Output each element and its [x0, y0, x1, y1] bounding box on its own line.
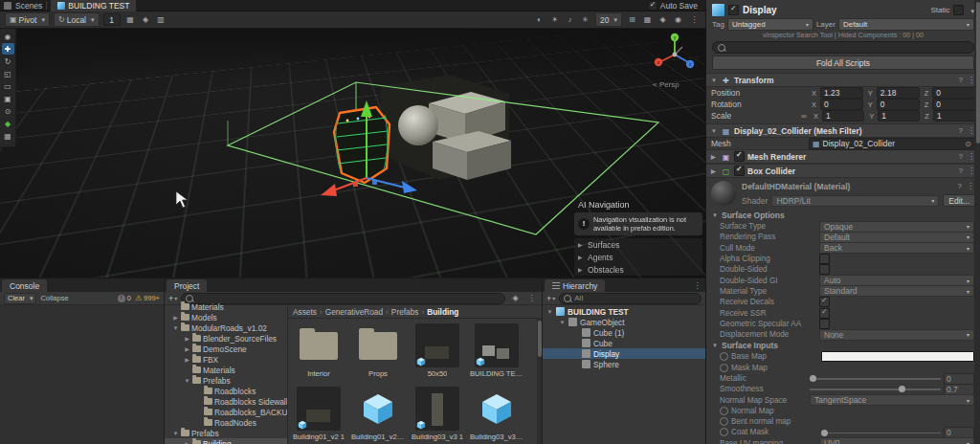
- breadcrumb-item[interactable]: GenerativeRoad: [325, 307, 389, 317]
- breadcrumb-item[interactable]: Assets: [293, 307, 323, 317]
- foldout-icon[interactable]: [711, 128, 718, 134]
- tool-button[interactable]: ▣: [2, 93, 14, 104]
- tool-button[interactable]: ✚: [2, 43, 14, 55]
- project-folder-row[interactable]: Roadblocks SidewalkOff: [165, 396, 287, 407]
- help-icon[interactable]: [959, 76, 963, 84]
- hierarchy-menu-icon[interactable]: [691, 281, 703, 290]
- texture-slot-icon[interactable]: [720, 417, 728, 426]
- active-checkbox[interactable]: [728, 5, 739, 15]
- help-icon[interactable]: [959, 126, 963, 135]
- value-field[interactable]: 0: [944, 427, 974, 438]
- project-folder-row[interactable]: ▶ Blender_SourceFiles: [165, 333, 287, 344]
- inspector-search-input[interactable]: [712, 41, 974, 54]
- layer-dropdown[interactable]: Default: [838, 18, 974, 31]
- property-checkbox[interactable]: [819, 264, 830, 275]
- foldout-arrow-icon[interactable]: ▼: [172, 325, 179, 331]
- help-icon[interactable]: [959, 152, 963, 161]
- tab-console[interactable]: Console: [2, 279, 47, 292]
- scrollbar[interactable]: [537, 319, 542, 444]
- texture-slot-icon[interactable]: [720, 428, 728, 436]
- property-dropdown[interactable]: None: [819, 329, 974, 341]
- property-checkbox[interactable]: [819, 254, 830, 264]
- toolbar-icon[interactable]: ◈: [140, 15, 152, 24]
- hierarchy-item[interactable]: Display: [543, 348, 705, 359]
- prefab-stage-tab[interactable]: BUILDING TEST: [51, 0, 136, 11]
- perspective-label[interactable]: < Persp: [653, 80, 679, 89]
- grid-size-field[interactable]: 1: [103, 13, 121, 26]
- value-field[interactable]: 0: [944, 373, 974, 385]
- asset-item[interactable]: Props: [353, 323, 403, 378]
- rotation-x-field[interactable]: 0: [820, 99, 863, 110]
- ai-navigation-item[interactable]: ▶ Agents: [574, 251, 702, 263]
- overlay-icon[interactable]: ⊞: [626, 15, 638, 24]
- asset-item[interactable]: BUILDING TEST: [472, 323, 522, 378]
- project-folder-row[interactable]: ▶ Building: [165, 438, 287, 444]
- view-option-icon[interactable]: ◐: [533, 15, 546, 24]
- console-clear-button[interactable]: Clear: [4, 293, 36, 304]
- project-folder-row[interactable]: Roadblocks_BACKUP: [165, 407, 287, 417]
- overlay-icon[interactable]: ◈: [657, 15, 669, 24]
- asset-item[interactable]: 50x50: [412, 323, 462, 378]
- auto-save-checkbox[interactable]: [648, 1, 657, 11]
- surface-options-foldout[interactable]: Surface Options: [706, 210, 980, 221]
- hierarchy-item[interactable]: ▼ BUILDING TEST: [543, 306, 705, 317]
- texture-slot-icon[interactable]: [720, 352, 728, 361]
- scenes-breadcrumb[interactable]: Scenes: [15, 1, 42, 11]
- texture-slot-icon[interactable]: [720, 364, 728, 372]
- project-folder-row[interactable]: ▶ DemoScene: [165, 344, 287, 354]
- foldout-arrow-icon[interactable]: ▶: [184, 440, 190, 444]
- toolbar-icon[interactable]: ▦: [124, 15, 137, 24]
- position-z-field[interactable]: 0: [932, 87, 975, 99]
- overlay-icon[interactable]: ▦: [641, 15, 654, 24]
- hierarchy-item[interactable]: Cube (1): [543, 327, 705, 338]
- base-uv-dropdown[interactable]: UV0: [819, 437, 974, 444]
- help-icon[interactable]: [959, 166, 963, 175]
- project-folder-row[interactable]: Roadblocks: [165, 386, 287, 396]
- scrollbar[interactable]: [974, 0, 980, 444]
- breadcrumb-item[interactable]: Building: [427, 307, 458, 317]
- project-folder-row[interactable]: ▶ Models: [165, 312, 287, 322]
- foldout-arrow-icon[interactable]: ▼: [546, 309, 553, 315]
- scale-y-field[interactable]: 1: [878, 110, 920, 122]
- scale-x-field[interactable]: 1: [822, 110, 864, 122]
- scale-link-icon[interactable]: ∞: [801, 112, 809, 121]
- camera-speed-dropdown[interactable]: 20: [595, 12, 622, 27]
- texture-slot-icon[interactable]: [720, 407, 728, 415]
- project-folder-row[interactable]: Materials: [165, 365, 287, 375]
- scene-orientation-gizmo[interactable]: y x z: [655, 33, 694, 68]
- property-dropdown[interactable]: Back: [819, 242, 974, 254]
- handle-rotation-dropdown[interactable]: ↻ Local: [54, 12, 100, 27]
- tab-hierarchy[interactable]: Hierarchy: [545, 279, 605, 292]
- position-y-field[interactable]: 2.18: [877, 87, 920, 99]
- breadcrumb-item[interactable]: Prefabs: [391, 307, 424, 317]
- slider-knob[interactable]: [810, 375, 816, 382]
- mesh-renderer-component-header[interactable]: Mesh Renderer: [706, 149, 980, 164]
- project-folder-row[interactable]: ▼ Prefabs: [165, 375, 287, 386]
- toolbar-icon[interactable]: ▥: [155, 15, 167, 24]
- tool-button[interactable]: ⊙: [2, 105, 14, 117]
- property-dropdown[interactable]: Opaque: [819, 221, 974, 233]
- project-folder-row[interactable]: Materials: [165, 301, 287, 312]
- color-swatch[interactable]: [821, 351, 974, 362]
- position-x-field[interactable]: 1.23: [820, 87, 863, 99]
- foldout-icon[interactable]: [711, 167, 718, 174]
- foldout-arrow-icon[interactable]: ▼: [184, 378, 190, 384]
- project-folder-row[interactable]: ▼ Prefabs: [165, 428, 287, 438]
- ai-navigation-item[interactable]: ▶ Obstacles: [574, 263, 702, 276]
- property-checkbox[interactable]: [819, 308, 830, 319]
- scene-viewport[interactable]: y x z ◉✚↻◱▭▣⊙◆▦ < Persp AI Navigation Na…: [0, 29, 705, 278]
- warning-count-badge[interactable]: 999+: [135, 294, 160, 302]
- tool-button[interactable]: ▦: [2, 130, 14, 142]
- project-folder-row[interactable]: RoadNodes: [165, 417, 287, 428]
- console-collapse-button[interactable]: Collapse: [40, 294, 68, 302]
- slider-knob[interactable]: [821, 430, 828, 436]
- mesh-filter-component-header[interactable]: Display_02_Collider (Mesh Filter): [706, 123, 980, 138]
- view-option-icon[interactable]: ☀: [548, 15, 561, 24]
- component-menu-icon[interactable]: [967, 182, 974, 190]
- hierarchy-item[interactable]: Sphere: [543, 359, 705, 369]
- component-enabled-checkbox[interactable]: [734, 166, 745, 176]
- project-folder-row[interactable]: ▼ ModularRoads_v1.02: [165, 322, 287, 333]
- foldout-arrow-icon[interactable]: ▶: [172, 314, 179, 321]
- property-dropdown[interactable]: Default: [819, 232, 974, 243]
- value-field[interactable]: 0.7: [944, 384, 974, 395]
